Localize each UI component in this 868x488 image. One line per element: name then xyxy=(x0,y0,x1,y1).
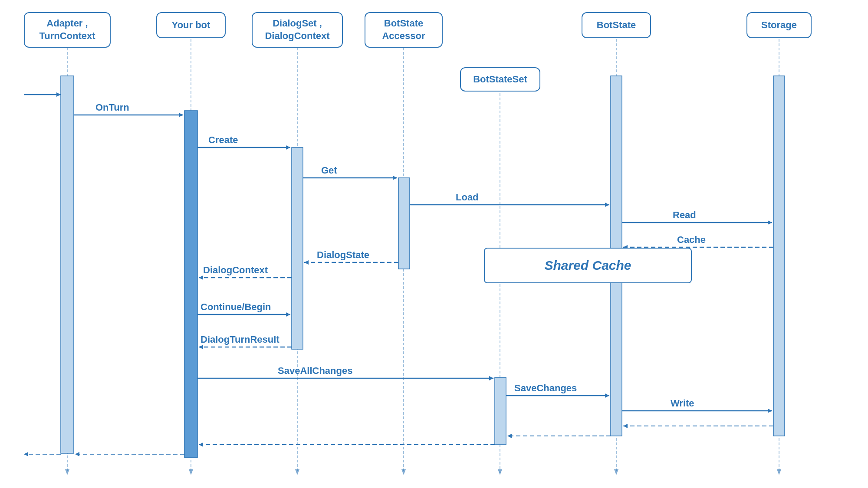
svg-marker-44 xyxy=(489,376,493,380)
svg-marker-12 xyxy=(614,469,618,475)
savechanges-label: SaveChanges xyxy=(514,383,577,393)
svg-marker-46 xyxy=(605,393,609,398)
svg-marker-50 xyxy=(623,424,628,428)
svg-rect-15 xyxy=(184,111,197,458)
svg-marker-9 xyxy=(295,469,299,475)
svg-marker-54 xyxy=(199,442,203,447)
onturn-label: OnTurn xyxy=(95,102,129,113)
diagram-container: OnTurn Create Get Load Read Cache Dialog… xyxy=(0,0,868,488)
storage-actor-label: Storage xyxy=(761,19,797,32)
svg-marker-13 xyxy=(777,469,781,475)
svg-marker-22 xyxy=(56,92,61,97)
svg-marker-36 xyxy=(304,260,309,265)
saveallchanges-label: SaveAllChanges xyxy=(278,365,352,376)
botstate-actor-box: BotState xyxy=(582,12,651,38)
adapter-actor-box: Adapter , TurnContext xyxy=(24,12,111,48)
dialogcontext-label: DialogContext xyxy=(203,265,268,275)
continuebegin-label: Continue/Begin xyxy=(201,301,271,312)
write-label: Write xyxy=(671,398,694,409)
svg-marker-7 xyxy=(65,469,69,475)
botstate-actor-label: BotState xyxy=(597,19,636,32)
adapter-actor-label: Adapter , TurnContext xyxy=(39,17,95,42)
create-label: Create xyxy=(208,134,238,145)
dialogset-actor-box: DialogSet , DialogContext xyxy=(252,12,343,48)
botstate-acc-actor-label: BotState Accessor xyxy=(382,17,425,42)
yourbot-actor-box: Your bot xyxy=(156,12,226,38)
svg-marker-30 xyxy=(605,203,609,207)
svg-rect-16 xyxy=(292,147,303,349)
botstate-acc-actor-box: BotState Accessor xyxy=(365,12,443,48)
dialogturnresult-label: DialogTurnResult xyxy=(201,334,279,345)
botstateset-actor-box: BotStateSet xyxy=(460,67,540,92)
svg-marker-38 xyxy=(199,275,203,280)
svg-marker-8 xyxy=(189,469,193,475)
dialogstate-label: DialogState xyxy=(317,249,369,260)
svg-marker-10 xyxy=(401,469,406,475)
storage-actor-box: Storage xyxy=(746,12,812,38)
svg-rect-14 xyxy=(61,76,74,453)
dialogset-actor-label: DialogSet , DialogContext xyxy=(265,17,329,42)
svg-marker-58 xyxy=(24,452,28,456)
yourbot-actor-label: Your bot xyxy=(172,19,210,32)
load-label: Load xyxy=(456,192,479,203)
svg-marker-56 xyxy=(75,452,79,456)
svg-marker-24 xyxy=(179,113,183,117)
shared-cache-box: Shared Cache xyxy=(484,248,692,283)
svg-marker-11 xyxy=(498,469,502,475)
shared-cache-label: Shared Cache xyxy=(544,258,631,273)
cache-label: Cache xyxy=(677,234,706,245)
svg-rect-20 xyxy=(773,76,785,436)
sequence-diagram-svg: OnTurn Create Get Load Read Cache Dialog… xyxy=(0,0,868,488)
svg-marker-42 xyxy=(199,345,203,349)
read-label: Read xyxy=(673,210,696,220)
svg-marker-26 xyxy=(286,145,290,150)
svg-rect-17 xyxy=(398,178,410,269)
get-label: Get xyxy=(321,165,337,176)
svg-marker-48 xyxy=(768,409,772,413)
botstateset-actor-label: BotStateSet xyxy=(473,73,527,86)
svg-rect-18 xyxy=(495,377,506,445)
svg-marker-32 xyxy=(768,220,772,225)
svg-marker-28 xyxy=(393,176,397,180)
svg-marker-52 xyxy=(507,434,512,438)
svg-marker-40 xyxy=(286,312,290,317)
